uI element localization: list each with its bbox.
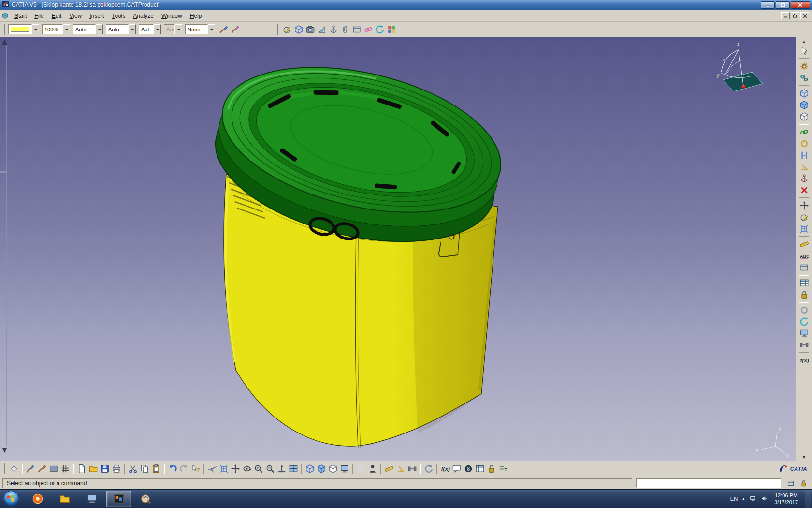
swap-space-icon[interactable] — [798, 316, 810, 328]
paint-wizard-icon[interactable] — [36, 463, 48, 475]
mdi-close-button[interactable] — [800, 12, 809, 19]
workbench-icon[interactable] — [8, 463, 20, 475]
start-button[interactable] — [3, 491, 19, 507]
rotate-icon[interactable] — [241, 463, 253, 475]
bucket-model[interactable] — [202, 43, 515, 448]
measure-icon[interactable] — [798, 239, 810, 250]
operator-icon[interactable] — [367, 463, 378, 475]
point-symbol-value[interactable]: Aut — [139, 24, 154, 34]
offset-constraint-icon[interactable] — [798, 149, 810, 161]
component-icon[interactable] — [798, 99, 810, 111]
anchor-icon[interactable] — [328, 24, 339, 35]
point-symbol-dropdown-button[interactable] — [154, 24, 161, 34]
sketch-analysis-icon[interactable] — [281, 24, 293, 35]
taskbar-image-viewer[interactable] — [106, 491, 131, 507]
maximize-button[interactable] — [776, 1, 790, 9]
toolbar-grip[interactable] — [4, 463, 6, 474]
knowledge-ball-icon[interactable]: 8 — [463, 463, 474, 475]
opacity-dropdown-button[interactable] — [63, 24, 70, 34]
help-icon[interactable]: ? — [190, 463, 202, 475]
layer-dropdown-button[interactable] — [208, 24, 215, 34]
scroll-up-arrow[interactable] — [2, 39, 7, 45]
pan-icon[interactable] — [230, 463, 241, 475]
paste-icon[interactable] — [150, 463, 162, 475]
hide-show-icon[interactable] — [355, 463, 367, 475]
explode-icon[interactable] — [798, 223, 810, 235]
multi-view-icon[interactable] — [288, 463, 299, 475]
point-symbol-combo[interactable]: Aut — [139, 24, 161, 34]
taskbar-paint[interactable] — [133, 491, 159, 507]
cut-icon[interactable] — [127, 463, 139, 475]
close-button[interactable] — [791, 1, 810, 9]
grid-icon[interactable] — [386, 24, 397, 35]
measure-inertia-icon[interactable] — [406, 463, 418, 475]
link-icon[interactable] — [362, 24, 374, 35]
rail-scroll-up[interactable]: ▲ — [802, 38, 806, 45]
comment-icon[interactable] — [451, 463, 463, 475]
frame-icon[interactable] — [351, 24, 362, 35]
hidden-line-icon[interactable] — [327, 463, 339, 475]
painter-icon[interactable] — [25, 463, 36, 475]
fly-icon[interactable] — [206, 463, 218, 475]
product-structure-icon[interactable] — [798, 88, 810, 99]
dialog-toggle-icon[interactable] — [785, 478, 797, 489]
menu-tools[interactable]: Tools — [108, 11, 129, 21]
inertia-icon[interactable] — [798, 339, 810, 351]
swap-visible-space-icon[interactable] — [374, 24, 386, 35]
scene-canvas[interactable]: z x y z x y — [0, 37, 796, 461]
menu-edit[interactable]: Edit — [48, 11, 66, 21]
wireframe-icon[interactable] — [304, 463, 316, 475]
grid-icon[interactable] — [59, 463, 71, 475]
open-icon[interactable] — [87, 463, 99, 475]
attach-icon[interactable] — [339, 24, 351, 35]
measure-between-icon[interactable] — [383, 463, 395, 475]
menu-insert[interactable]: Insert — [86, 11, 108, 21]
show-desktop-button[interactable] — [805, 490, 811, 508]
clock[interactable]: 12:06 PM 3/17/2017 — [771, 492, 801, 506]
fit-all-icon[interactable] — [218, 463, 230, 475]
viewport-3d[interactable]: z x y z x y — [0, 37, 796, 461]
mdi-restore-button[interactable] — [791, 12, 799, 19]
power-input-field[interactable] — [636, 478, 781, 488]
manipulate-icon[interactable] — [798, 200, 810, 211]
graphic-list-icon[interactable] — [48, 463, 59, 475]
line-weight-value[interactable]: Auto — [73, 24, 96, 34]
document-icon[interactable] — [1, 12, 9, 19]
fill-color-combo[interactable] — [8, 24, 39, 34]
layer-value[interactable]: None — [185, 24, 208, 34]
minimize-button[interactable] — [761, 1, 775, 9]
lock-icon[interactable] — [798, 478, 810, 489]
compass[interactable]: z x y — [717, 41, 763, 91]
save-icon[interactable] — [99, 463, 111, 475]
formula-icon[interactable]: f(x) — [439, 463, 451, 475]
plane-icon[interactable] — [316, 24, 328, 35]
taskbar-computer[interactable] — [79, 491, 104, 507]
fill-color-dropdown-button[interactable] — [32, 24, 39, 34]
snap-icon[interactable] — [798, 211, 810, 223]
knowledge-icon[interactable]: f(x) — [798, 355, 810, 366]
scroll-down-arrow[interactable] — [2, 448, 7, 453]
opacity-combo[interactable]: 100% — [42, 24, 70, 34]
line-weight-combo[interactable]: Auto — [73, 24, 103, 34]
line-type-value[interactable]: Auto — [106, 24, 129, 34]
knowledge-inspector-icon[interactable]: = — [497, 463, 509, 475]
taskbar-explorer[interactable] — [52, 491, 77, 507]
zoom-out-icon[interactable] — [264, 463, 276, 475]
volume-icon[interactable] — [760, 495, 768, 503]
contact-constraint-icon[interactable] — [798, 138, 810, 149]
tree-scrollbar[interactable] — [0, 39, 7, 453]
zoom-in-icon[interactable] — [253, 463, 264, 475]
shading-icon[interactable] — [316, 463, 327, 475]
toolbar-grip[interactable] — [4, 24, 6, 35]
rail-scroll-down[interactable]: ▼ — [802, 454, 806, 461]
render-mode-value[interactable]: Aut — [164, 24, 175, 34]
language-indicator[interactable]: EN — [730, 496, 738, 502]
tray-expand-icon[interactable]: ▲ — [741, 497, 745, 501]
render-mode-dropdown-button[interactable] — [175, 24, 182, 34]
menu-window[interactable]: Window — [158, 11, 186, 21]
section-icon[interactable] — [798, 262, 810, 273]
angle-constraint-icon[interactable] — [798, 161, 810, 173]
network-icon[interactable] — [749, 495, 756, 503]
menu-analyze[interactable]: Analyze — [129, 11, 158, 21]
isometric-view-icon[interactable] — [293, 24, 304, 35]
